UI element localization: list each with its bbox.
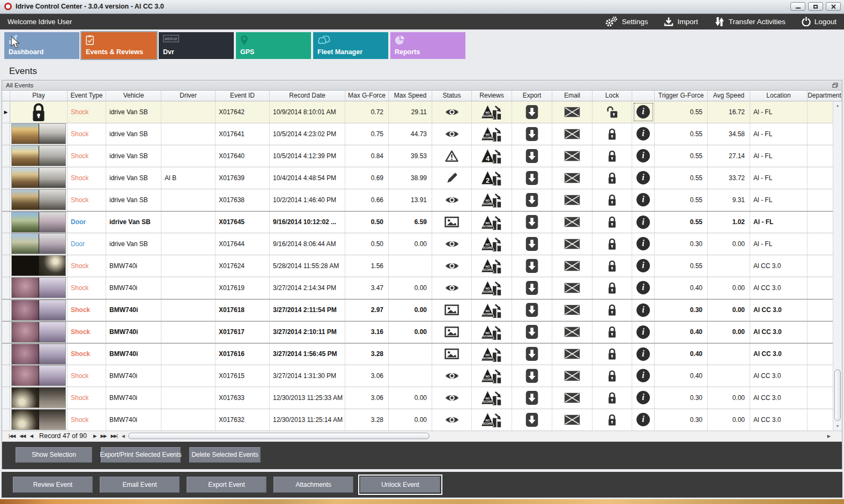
play-cell[interactable] [10, 255, 68, 277]
info-icon[interactable]: i [636, 303, 650, 317]
play-cell[interactable] [10, 101, 68, 123]
review-score-icon[interactable]: NOSCORE [480, 367, 503, 384]
event-thumbnail[interactable] [12, 366, 65, 386]
info-cell[interactable]: i [632, 300, 655, 321]
export-cell[interactable] [512, 212, 552, 233]
email-icon[interactable] [564, 261, 580, 271]
lock-cell[interactable] [593, 300, 632, 321]
review-score-icon[interactable]: NOSCORE [480, 279, 503, 296]
email-cell[interactable] [552, 212, 593, 233]
settings-button[interactable]: Settings [604, 16, 648, 27]
email-cell[interactable] [552, 277, 593, 299]
info-icon[interactable]: i [636, 193, 650, 206]
info-cell[interactable]: i [632, 189, 655, 211]
email-icon[interactable] [564, 392, 580, 403]
export-cell[interactable] [512, 322, 552, 343]
column-header-record-date[interactable]: Record Date [270, 91, 345, 101]
review-score-icon[interactable]: NOSCORE [480, 411, 503, 428]
play-cell[interactable] [10, 145, 68, 167]
info-cell[interactable]: i [632, 365, 655, 387]
review-score-icon[interactable]: NOSCORE [480, 324, 503, 340]
lock-cell[interactable] [593, 212, 632, 233]
info-cell[interactable]: i [632, 145, 655, 167]
lock-cell[interactable] [593, 145, 632, 167]
reviews-cell[interactable]: NOSCORE [472, 277, 512, 299]
play-cell[interactable] [10, 233, 68, 255]
close-button[interactable] [826, 2, 841, 11]
lock-cell[interactable] [593, 344, 632, 365]
review-score-icon[interactable]: 4 [480, 147, 503, 164]
vertical-scrollbar-thumb[interactable] [834, 369, 841, 421]
column-header-department[interactable]: Department [808, 91, 842, 101]
transfer-activities-button[interactable]: Transfer Activities [714, 17, 786, 27]
email-cell[interactable] [552, 101, 593, 123]
lock-cell[interactable] [593, 101, 632, 123]
next-page-button[interactable]: ▶▶ [100, 433, 106, 439]
event-thumbnail[interactable] [12, 300, 65, 320]
review-score-icon[interactable]: NOSCORE [480, 389, 503, 406]
table-row[interactable]: Shockidrive Van SBX01764010/5/2014 4:12:… [2, 145, 842, 167]
info-icon[interactable]: i [636, 149, 650, 162]
horizontal-scrollbar[interactable]: ◀ ▶ [120, 431, 833, 441]
export-cell[interactable] [512, 167, 552, 189]
review-score-icon[interactable]: NOSCORE [480, 191, 503, 208]
info-cell[interactable]: i [632, 277, 655, 299]
review-score-icon[interactable]: NOSCORE [480, 103, 503, 120]
event-thumbnail[interactable] [12, 256, 65, 276]
export-icon[interactable] [525, 412, 538, 427]
info-icon[interactable]: i [636, 259, 650, 272]
nav-tile-gps[interactable]: GPS [236, 32, 311, 59]
event-thumbnail[interactable] [12, 410, 65, 429]
prev-record-button[interactable]: ◀ [29, 433, 33, 439]
play-cell[interactable] [10, 277, 68, 299]
lock-icon[interactable] [606, 303, 618, 316]
table-row[interactable]: Shockidrive Van SBAl BX01763910/4/2014 4… [2, 167, 842, 189]
review-score-icon[interactable]: NOSCORE [480, 302, 503, 318]
email-icon[interactable] [564, 305, 580, 315]
play-cell[interactable] [10, 123, 68, 145]
column-header-status[interactable]: Status [432, 91, 472, 101]
email-icon[interactable] [564, 151, 580, 161]
lock-cell[interactable] [593, 233, 632, 255]
play-cell[interactable] [10, 322, 68, 343]
lock-cell[interactable] [593, 167, 632, 189]
event-thumbnail[interactable] [12, 278, 65, 298]
attachments-button[interactable]: Attachments [273, 477, 353, 493]
review-event-button[interactable]: Review Event [13, 477, 93, 493]
column-header-trigger-g-force[interactable]: Trigger G-Force [655, 91, 708, 101]
export-cell[interactable] [512, 344, 552, 365]
info-cell[interactable]: i [632, 322, 655, 343]
table-row[interactable]: Dooridrive Van SBX0176459/16/2014 10:12:… [2, 211, 842, 233]
export-cell[interactable] [512, 101, 552, 123]
export-icon[interactable] [525, 368, 538, 383]
column-header-event-type[interactable]: Event Type [68, 91, 106, 101]
export-cell[interactable] [512, 189, 552, 211]
show-selection-button[interactable]: Show Selection [16, 447, 92, 463]
export-icon[interactable] [525, 324, 538, 339]
email-icon[interactable] [564, 173, 580, 183]
event-thumbnail[interactable] [12, 344, 65, 364]
event-thumbnail[interactable] [12, 190, 65, 210]
info-icon[interactable]: i [636, 325, 650, 339]
minimize-button[interactable] [790, 2, 805, 11]
email-cell[interactable] [552, 233, 593, 255]
info-icon[interactable]: i [636, 281, 650, 294]
export-cell[interactable] [512, 409, 552, 431]
lock-cell[interactable] [593, 409, 632, 431]
info-cell[interactable]: i [632, 409, 655, 431]
email-event-button[interactable]: Email Event [100, 477, 180, 493]
table-row[interactable]: ShockBMW740iX0176183/27/2014 2:11:54 PM2… [2, 299, 842, 321]
lock-icon[interactable] [606, 216, 618, 228]
lock-icon[interactable] [606, 172, 618, 184]
reviews-cell[interactable]: NOSCORE [472, 212, 512, 233]
reviews-cell[interactable]: NOSCORE [472, 233, 512, 255]
lock-cell[interactable] [593, 189, 632, 211]
info-icon[interactable]: i [636, 237, 650, 250]
table-row[interactable]: ShockBMW740iX01763312/30/2013 11:25:33 A… [2, 387, 842, 409]
reviews-cell[interactable]: NOSCORE [472, 123, 512, 145]
export-icon[interactable] [525, 192, 538, 207]
export-icon[interactable] [525, 149, 538, 164]
reviews-cell[interactable]: NOSCORE [472, 322, 512, 343]
info-icon[interactable]: i [636, 216, 650, 229]
reviews-cell[interactable]: NOSCORE [472, 189, 512, 211]
